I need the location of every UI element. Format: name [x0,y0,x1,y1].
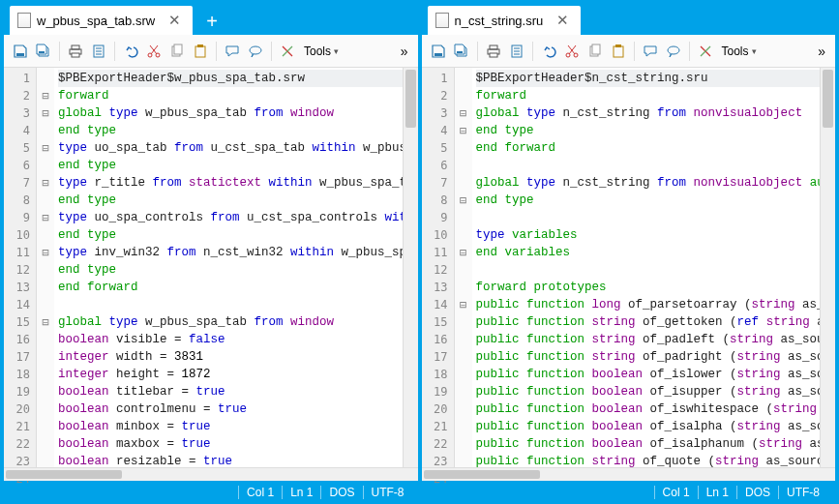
code-line[interactable]: type inv_win32 from n_cst_win32 within w… [58,244,403,261]
vertical-scrollbar[interactable] [403,68,418,467]
fold-toggle[interactable]: ⊟ [37,209,54,226]
code-line[interactable]: public function boolean of_isalpha (stri… [476,418,821,435]
code-line[interactable]: end type [476,192,821,209]
scrollbar-thumb[interactable] [405,70,416,128]
paste-icon[interactable] [190,41,211,62]
cut-icon[interactable] [143,41,165,62]
paste-icon[interactable] [608,41,629,62]
document-icon[interactable] [506,41,527,62]
save-icon[interactable] [428,41,449,62]
code-line[interactable]: public function boolean of_iswhitespace … [476,400,821,418]
code-line[interactable]: end forward [476,139,821,157]
code-line[interactable]: end variables [476,244,821,261]
code-line[interactable] [58,296,403,313]
code-line[interactable]: public function boolean of_isupper (stri… [476,383,821,400]
fold-toggle[interactable]: ⊟ [37,313,54,331]
print-icon[interactable] [65,41,86,62]
code-area[interactable]: $PBExportHeader$w_pbus_spa_tab.srwforwar… [54,68,403,467]
fold-toggle[interactable]: ⊟ [37,244,54,261]
code-line[interactable] [476,209,821,226]
code-line[interactable]: end type [58,226,403,244]
save-all-icon[interactable] [451,41,472,62]
code-line[interactable]: end type [58,192,403,209]
save-icon[interactable] [10,41,31,62]
code-line[interactable]: global type n_cst_string from nonvisualo… [476,174,821,192]
code-line[interactable]: type r_title from statictext within w_pb… [58,174,403,192]
copy-icon[interactable] [166,41,188,62]
code-line[interactable]: boolean maxbox = true [58,435,403,453]
code-line[interactable]: boolean titlebar = true [58,383,403,400]
fold-toggle[interactable]: ⊟ [37,139,54,157]
code-line[interactable]: boolean controlmenu = true [58,400,403,418]
undo-icon[interactable] [120,41,141,62]
code-line[interactable]: boolean resizable = true [58,453,403,467]
code-line[interactable]: global type w_pbus_spa_tab from window [58,313,403,331]
tools-dropdown[interactable]: Tools ▾ [718,44,761,58]
close-tab-icon[interactable]: ✕ [168,12,181,29]
code-line[interactable]: forward [58,87,403,104]
code-line[interactable]: public function string of_padright (stri… [476,348,821,366]
comment-icon[interactable] [222,41,243,62]
code-line[interactable]: public function boolean of_islower (stri… [476,366,821,383]
copy-icon[interactable] [584,41,606,62]
toolbar-overflow-icon[interactable]: » [814,44,829,59]
fold-toggle[interactable]: ⊟ [37,104,54,122]
code-line[interactable] [476,261,821,279]
tools-icon[interactable] [695,41,716,62]
fold-toggle[interactable]: ⊟ [37,174,54,192]
code-line[interactable]: type uo_spa_controls from u_cst_spa_cont… [58,209,403,226]
code-line[interactable]: end type [58,122,403,139]
comment-icon[interactable] [640,41,661,62]
horizontal-scrollbar[interactable] [422,467,836,481]
code-line[interactable]: global type w_pbus_spa_tab from window [58,104,403,122]
fold-toggle[interactable]: ⊟ [455,192,472,209]
code-line[interactable]: integer height = 1872 [58,366,403,383]
code-line[interactable]: public function string of_gettoken (ref … [476,313,821,331]
uncomment-icon[interactable] [245,41,266,62]
tools-icon[interactable] [277,41,298,62]
fold-toggle[interactable]: ⊟ [455,244,472,261]
code-line[interactable]: global type n_cst_string from nonvisualo… [476,104,821,122]
code-line[interactable]: $PBExportHeader$w_pbus_spa_tab.srw [58,70,403,87]
code-line[interactable]: boolean visible = false [58,331,403,348]
scrollbar-thumb[interactable] [6,470,122,479]
cut-icon[interactable] [561,41,583,62]
code-line[interactable]: type uo_spa_tab from u_cst_spa_tab withi… [58,139,403,157]
fold-toggle[interactable]: ⊟ [455,296,472,313]
fold-toggle[interactable]: ⊟ [37,87,54,104]
code-line[interactable]: end type [58,261,403,279]
close-tab-icon[interactable]: ✕ [556,12,569,29]
horizontal-scrollbar[interactable] [4,467,418,481]
code-line[interactable]: boolean minbox = true [58,418,403,435]
fold-toggle[interactable]: ⊟ [455,104,472,122]
line-number: 13 [422,279,448,296]
code-line[interactable]: forward prototypes [476,279,821,296]
code-line[interactable] [476,157,821,174]
code-line[interactable]: public function string of_padleft (strin… [476,331,821,348]
print-icon[interactable] [483,41,504,62]
scrollbar-thumb[interactable] [823,70,833,128]
vertical-scrollbar[interactable] [820,68,835,467]
tools-dropdown[interactable]: Tools ▾ [300,44,343,58]
toolbar-overflow-icon[interactable]: » [397,44,412,59]
code-area[interactable]: $PBExportHeader$n_cst_string.sru$PBExpor… [472,68,821,467]
code-line[interactable]: public function string of_quote (string … [476,453,821,467]
file-tab[interactable]: n_cst_string.sru ✕ [428,6,582,35]
code-line[interactable]: public function long of_parsetoarray (st… [476,296,821,313]
new-tab-button[interactable]: + [198,8,225,35]
scrollbar-thumb[interactable] [424,470,540,479]
code-line[interactable]: type variables [476,226,821,244]
code-line[interactable]: integer width = 3831 [58,348,403,366]
file-tab[interactable]: w_pbus_spa_tab.srw ✕ [10,6,193,35]
save-all-icon[interactable] [33,41,54,62]
code-line[interactable]: forward [476,87,821,104]
undo-icon[interactable] [538,41,559,62]
code-line[interactable]: end type [58,157,403,174]
code-line[interactable]: end type [476,122,821,139]
uncomment-icon[interactable] [663,41,684,62]
fold-toggle[interactable]: ⊟ [455,122,472,139]
code-line[interactable]: $PBExportHeader$n_cst_string.sru [476,70,821,87]
document-icon[interactable] [88,41,109,62]
code-line[interactable]: end forward [58,279,403,296]
code-line[interactable]: public function boolean of_isalphanum (s… [476,435,821,453]
